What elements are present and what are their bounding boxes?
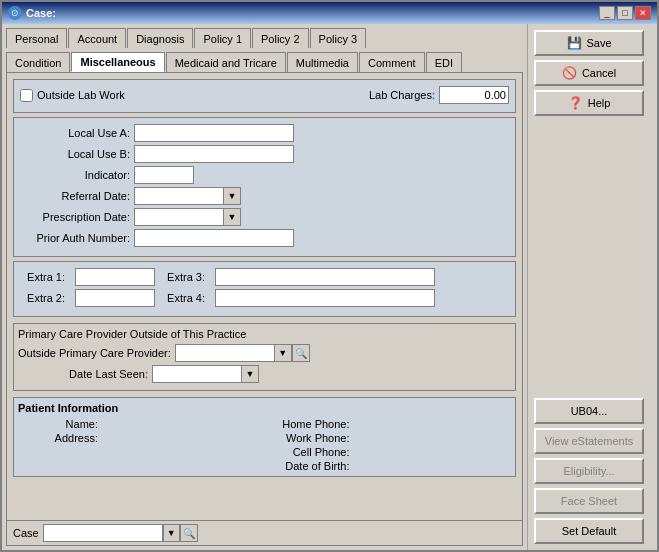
set-default-button[interactable]: Set Default <box>534 518 644 544</box>
name-label: Name: <box>18 418 98 430</box>
tab-content: Outside Lab Work Lab Charges: Local Use … <box>6 72 523 546</box>
help-button[interactable]: ❓ Help <box>534 90 644 116</box>
date-last-seen-dropdown[interactable]: ▼ <box>242 365 259 383</box>
tab-account[interactable]: Account <box>68 28 126 48</box>
case-combo[interactable] <box>43 524 163 542</box>
cell-phone-label: Cell Phone: <box>270 446 350 458</box>
extras-section: Extra 1: Extra 3: Extra 2: Extra 4: <box>13 261 516 317</box>
ub04-button[interactable]: UB04... <box>534 398 644 424</box>
patient-info-section: Patient Information Name: Home Phone: <box>13 397 516 477</box>
local-use-b-label: Local Use B: <box>20 148 130 160</box>
lab-charges-input[interactable] <box>439 86 509 104</box>
work-phone-row: Work Phone: <box>270 432 512 444</box>
patient-info-grid: Name: Home Phone: Address: <box>18 418 511 472</box>
save-icon: 💾 <box>566 35 582 51</box>
tabs-row2: Condition Miscellaneous Medicaid and Tri… <box>2 48 527 72</box>
prior-auth-input[interactable] <box>134 229 294 247</box>
home-phone-row: Home Phone: <box>270 418 512 430</box>
local-use-b-row: Local Use B: <box>20 145 509 163</box>
cell-phone-row: Cell Phone: <box>270 446 512 458</box>
title-bar-buttons: _ □ ✕ <box>599 6 651 20</box>
date-last-seen-label: Date Last Seen: <box>18 368 148 380</box>
extra1-input[interactable] <box>75 268 155 286</box>
tab-comment[interactable]: Comment <box>359 52 425 72</box>
patient-info-title: Patient Information <box>18 402 511 414</box>
main-window: ⊙ Case: _ □ ✕ Personal Account Diagnosis… <box>0 0 659 552</box>
face-sheet-label: Face Sheet <box>561 495 617 507</box>
outside-lab-work-label: Outside Lab Work <box>37 89 125 101</box>
local-use-b-input[interactable] <box>134 145 294 163</box>
referral-date-dropdown[interactable]: ▼ <box>224 187 241 205</box>
tab-diagnosis[interactable]: Diagnosis <box>127 28 193 48</box>
indicator-input[interactable] <box>134 166 194 184</box>
date-last-seen-row: Date Last Seen: ▼ <box>18 365 511 383</box>
prescription-date-input[interactable] <box>134 208 224 226</box>
maximize-button[interactable]: □ <box>617 6 633 20</box>
lab-section: Outside Lab Work Lab Charges: <box>13 79 516 113</box>
tab-edi[interactable]: EDI <box>426 52 462 72</box>
case-label: Case <box>13 527 39 539</box>
extra1-label: Extra 1: <box>20 271 65 283</box>
form-area: Outside Lab Work Lab Charges: Local Use … <box>7 73 522 520</box>
local-use-a-label: Local Use A: <box>20 127 130 139</box>
extras-row2: Extra 2: Extra 4: <box>20 289 509 307</box>
title-bar: ⊙ Case: _ □ ✕ <box>2 2 657 24</box>
help-label: Help <box>588 97 611 109</box>
save-label: Save <box>586 37 611 49</box>
help-icon: ❓ <box>568 95 584 111</box>
extra4-label: Extra 4: <box>165 292 205 304</box>
face-sheet-button[interactable]: Face Sheet <box>534 488 644 514</box>
prescription-date-label: Prescription Date: <box>20 211 130 223</box>
case-search[interactable]: 🔍 <box>180 524 198 542</box>
extra2-input[interactable] <box>75 289 155 307</box>
view-estatements-button[interactable]: View eStatements <box>534 428 644 454</box>
prior-auth-row: Prior Auth Number: <box>20 229 509 247</box>
tab-policy1[interactable]: Policy 1 <box>194 28 251 48</box>
bottom-bar: Case ▼ 🔍 <box>7 520 522 545</box>
outside-provider-search[interactable]: 🔍 <box>292 344 310 362</box>
provider-section-title: Primary Care Provider Outside of This Pr… <box>18 328 511 340</box>
tab-policy3[interactable]: Policy 3 <box>310 28 367 48</box>
left-panel: Personal Account Diagnosis Policy 1 Poli… <box>2 24 527 550</box>
set-default-label: Set Default <box>562 525 616 537</box>
outside-provider-input[interactable] <box>175 344 275 362</box>
extra2-label: Extra 2: <box>20 292 65 304</box>
tab-personal[interactable]: Personal <box>6 28 67 48</box>
extra4-input[interactable] <box>215 289 435 307</box>
window-icon: ⊙ <box>8 6 22 20</box>
close-button[interactable]: ✕ <box>635 6 651 20</box>
local-use-a-input[interactable] <box>134 124 294 142</box>
date-last-seen-input[interactable] <box>152 365 242 383</box>
referral-date-input[interactable] <box>134 187 224 205</box>
cancel-icon: 🚫 <box>562 65 578 81</box>
tab-policy2[interactable]: Policy 2 <box>252 28 309 48</box>
dob-label: Date of Birth: <box>270 460 350 472</box>
lab-charges-label: Lab Charges: <box>369 89 435 101</box>
indicator-row: Indicator: <box>20 166 509 184</box>
address-row: Address: <box>18 432 260 444</box>
cancel-button[interactable]: 🚫 Cancel <box>534 60 644 86</box>
dob-row: Date of Birth: <box>270 460 512 472</box>
checkbox-left: Outside Lab Work <box>20 89 125 102</box>
tab-multimedia[interactable]: Multimedia <box>287 52 358 72</box>
referral-date-row: Referral Date: ▼ <box>20 187 509 205</box>
outside-provider-label: Outside Primary Care Provider: <box>18 347 171 359</box>
outside-lab-work-checkbox[interactable] <box>20 89 33 102</box>
eligibility-button[interactable]: Eligibility... <box>534 458 644 484</box>
tab-miscellaneous[interactable]: Miscellaneous <box>71 52 164 72</box>
outside-provider-dropdown[interactable]: ▼ <box>275 344 292 362</box>
eligibility-label: Eligibility... <box>563 465 614 477</box>
home-phone-label: Home Phone: <box>270 418 350 430</box>
tab-medicaid[interactable]: Medicaid and Tricare <box>166 52 286 72</box>
lab-charges-right: Lab Charges: <box>369 86 509 104</box>
work-phone-label: Work Phone: <box>270 432 350 444</box>
tabs-row1: Personal Account Diagnosis Policy 1 Poli… <box>2 24 527 48</box>
prescription-date-dropdown[interactable]: ▼ <box>224 208 241 226</box>
prescription-date-row: Prescription Date: ▼ <box>20 208 509 226</box>
case-dropdown[interactable]: ▼ <box>163 524 180 542</box>
extra3-input[interactable] <box>215 268 435 286</box>
save-button[interactable]: 💾 Save <box>534 30 644 56</box>
lab-row: Outside Lab Work Lab Charges: <box>20 86 509 104</box>
minimize-button[interactable]: _ <box>599 6 615 20</box>
tab-condition[interactable]: Condition <box>6 52 70 72</box>
